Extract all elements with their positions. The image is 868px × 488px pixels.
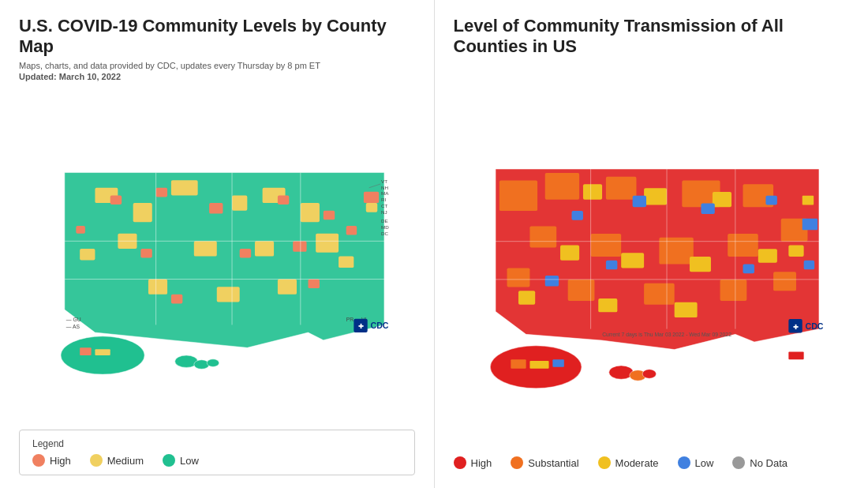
gu-label: — GU (66, 316, 81, 321)
svg-rect-13 (80, 249, 95, 260)
svg-text:✚: ✚ (792, 323, 798, 330)
svg-rect-73 (560, 245, 579, 260)
svg-rect-56 (544, 173, 578, 200)
r-low-label: Low (695, 457, 714, 469)
svg-rect-10 (148, 279, 167, 294)
low-label: Low (180, 455, 199, 467)
r-nodata-dot (732, 456, 745, 469)
svg-text:MA: MA (381, 190, 389, 196)
svg-rect-11 (217, 287, 240, 302)
svg-rect-57 (605, 176, 636, 199)
svg-point-100 (642, 369, 656, 378)
svg-text:PR: PR (346, 316, 354, 321)
r-high-label: High (471, 457, 492, 469)
svg-text:NJ: NJ (381, 208, 387, 214)
svg-rect-18 (278, 195, 289, 205)
svg-rect-61 (529, 226, 556, 247)
svg-rect-77 (598, 298, 617, 312)
svg-rect-15 (110, 195, 122, 205)
svg-rect-97 (552, 359, 563, 367)
svg-point-33 (194, 360, 209, 370)
svg-rect-82 (571, 211, 582, 220)
svg-rect-1 (133, 203, 152, 222)
svg-rect-7 (194, 241, 217, 256)
cdc-logo-left: ✚ CDC (354, 318, 389, 332)
left-legend-items: High Medium Low (32, 454, 402, 467)
svg-rect-55 (499, 180, 537, 211)
left-legend: Legend High Medium Low (19, 430, 415, 475)
svg-rect-85 (605, 261, 616, 270)
as-label: — AS (66, 324, 80, 329)
svg-rect-68 (773, 272, 796, 291)
r-low-dot (678, 456, 690, 469)
right-legend-low: Low (678, 456, 714, 469)
legend-title: Legend (32, 438, 402, 449)
svg-rect-28 (366, 203, 377, 212)
svg-rect-66 (644, 283, 675, 305)
left-panel: U.S. COVID-19 Community Levels by County… (0, 0, 434, 488)
medium-label: Medium (107, 455, 144, 467)
right-map-svg: Current 7 days is Thu Mar 03 2022 - Wed … (454, 84, 850, 444)
right-legend-nodata: No Data (732, 456, 788, 469)
left-updated: Updated: March 10, 2022 (19, 72, 415, 81)
updated-date: March 10, 2022 (59, 72, 121, 81)
svg-rect-21 (240, 249, 251, 258)
us-map-left: — GU — AS PR VI VT NH MA RI CT NJ DE MD … (61, 172, 389, 374)
svg-text:CDC: CDC (805, 321, 823, 330)
left-subtitle: Maps, charts, and data provided by CDC, … (19, 61, 415, 70)
legend-low: Low (163, 454, 199, 467)
svg-rect-17 (209, 203, 223, 214)
low-dot (163, 454, 175, 467)
svg-rect-5 (301, 203, 320, 222)
r-nodata-label: No Data (750, 457, 788, 469)
svg-rect-24 (171, 295, 182, 304)
svg-rect-75 (689, 257, 710, 272)
svg-rect-78 (674, 302, 697, 317)
svg-rect-20 (140, 249, 152, 258)
legend-high: High (32, 454, 71, 467)
svg-point-34 (207, 359, 219, 367)
svg-rect-22 (293, 241, 306, 252)
svg-rect-96 (529, 361, 548, 369)
right-legend-items: High Substantial Moderate Low No Data (454, 456, 850, 469)
svg-rect-74 (621, 253, 644, 268)
svg-rect-69 (507, 268, 529, 287)
r-substantial-label: Substantial (528, 457, 578, 469)
svg-rect-2 (171, 180, 198, 195)
svg-rect-103 (788, 351, 803, 359)
medium-dot (90, 454, 103, 467)
svg-rect-27 (364, 191, 379, 202)
svg-rect-84 (765, 196, 776, 205)
svg-rect-16 (156, 188, 167, 197)
svg-rect-30 (80, 347, 91, 355)
high-label: High (50, 455, 71, 467)
svg-rect-14 (278, 279, 297, 294)
right-panel: Level of Community Transmission of All C… (435, 0, 869, 488)
r-moderate-dot (598, 456, 611, 469)
svg-rect-83 (701, 203, 714, 214)
svg-text:DC: DC (381, 230, 389, 235)
svg-rect-62 (590, 234, 621, 257)
svg-text:CDC: CDC (371, 321, 389, 330)
svg-text:NH: NH (381, 185, 388, 190)
svg-rect-26 (76, 226, 85, 234)
svg-text:MD: MD (381, 224, 389, 230)
r-substantial-dot (511, 456, 523, 469)
r-high-dot (454, 456, 466, 469)
svg-text:RI: RI (381, 197, 387, 202)
svg-rect-79 (788, 245, 803, 256)
svg-rect-19 (324, 211, 335, 220)
svg-rect-12 (339, 256, 354, 267)
svg-rect-25 (308, 279, 319, 288)
updated-label: Updated: (19, 72, 57, 81)
right-legend: High Substantial Moderate Low No Data (454, 450, 850, 475)
svg-rect-95 (511, 359, 526, 369)
svg-rect-101 (802, 219, 817, 230)
left-map-container: — GU — AS PR VI VT NH MA RI CT NJ DE MD … (19, 89, 415, 423)
svg-rect-23 (346, 226, 357, 235)
right-legend-substantial: Substantial (511, 456, 578, 469)
svg-rect-88 (803, 261, 814, 270)
high-dot (32, 454, 45, 467)
legend-medium: Medium (90, 454, 144, 467)
svg-point-98 (608, 366, 633, 379)
